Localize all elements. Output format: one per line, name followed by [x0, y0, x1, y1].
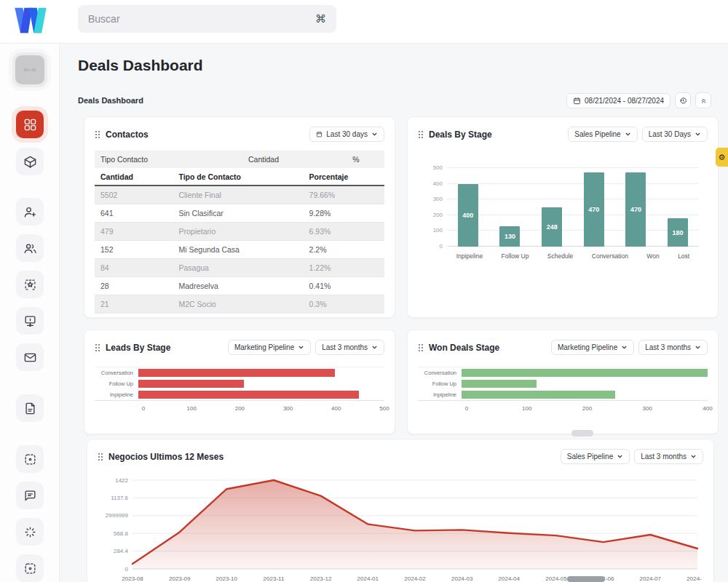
- card-title: Leads By Stage: [106, 343, 170, 353]
- period-select[interactable]: Last 3 months: [638, 340, 708, 355]
- sidebar-item-screen-share-6[interactable]: [16, 307, 44, 335]
- settings-flyout-button[interactable]: ⚙: [716, 148, 728, 167]
- period-select[interactable]: Last 3 months: [634, 449, 703, 464]
- bar-follow-up[interactable]: 130: [499, 226, 520, 247]
- chevron-down-icon: [695, 131, 701, 137]
- period-select[interactable]: Last 30 days: [309, 127, 384, 142]
- svg-text:2024-08: 2024-08: [687, 575, 702, 582]
- chevrons-up-icon: [700, 97, 708, 105]
- x-tick-label: Inpipeline: [456, 252, 483, 260]
- refresh-history-button[interactable]: [675, 92, 691, 108]
- outer-header-cell: Tipo Contacto: [95, 155, 242, 164]
- top-bar: ⌘: [0, 0, 728, 44]
- y-tick-label: 400: [418, 180, 443, 187]
- sidebar-item-sparkles-11[interactable]: [16, 518, 44, 546]
- bar-inpipeline[interactable]: 400: [458, 184, 478, 247]
- sidebar-item-dotted-frame-9[interactable]: [16, 445, 44, 473]
- table-cell: Mi Segunda Casa: [173, 245, 303, 254]
- bar-follow-up[interactable]: [138, 380, 244, 388]
- sidebar-item-user-plus-3[interactable]: [16, 198, 44, 226]
- y-tick-label: 500: [418, 164, 443, 171]
- bar-value-label: 180: [668, 218, 688, 247]
- scrollbar-thumb[interactable]: [571, 430, 593, 436]
- x-tick-label: 100: [522, 405, 531, 412]
- period-select[interactable]: Last 3 months: [315, 340, 384, 355]
- sidebar-item-users-4[interactable]: [16, 234, 44, 262]
- svg-text:284.4: 284.4: [114, 548, 129, 554]
- bar-lost[interactable]: 180: [668, 218, 688, 247]
- date-range-button[interactable]: 08/21/2024 - 08/27/2024: [566, 93, 670, 108]
- drag-handle-icon[interactable]: [418, 130, 424, 139]
- negocios-area-chart: 0284.4568.829999991137.614222023-082023-…: [98, 471, 703, 582]
- contactos-table: Tipo ContactoCantidad% CantidadTipo de C…: [95, 151, 384, 314]
- won-deals-stage-chart: ConversationFollow UpInpipeline010020030…: [418, 367, 708, 415]
- chevron-down-icon: [621, 344, 628, 351]
- bar-conversation[interactable]: 470: [584, 172, 604, 247]
- drag-handle-icon[interactable]: [98, 453, 103, 461]
- svg-text:2024-04: 2024-04: [499, 575, 521, 582]
- dotted-frame-icon: [23, 453, 37, 466]
- table-row: 21M2C Socio0.3%: [95, 295, 384, 314]
- svg-text:2024-02: 2024-02: [404, 575, 426, 582]
- drag-handle-icon[interactable]: [418, 343, 424, 352]
- table-cell: 1.22%: [304, 263, 384, 272]
- x-tick-label: 400: [703, 405, 712, 412]
- sidebar-item-chat-bubble-10[interactable]: [16, 482, 44, 509]
- bar-follow-up[interactable]: [462, 380, 537, 388]
- bar-inpipeline[interactable]: [462, 391, 615, 399]
- bar-conversation[interactable]: [462, 369, 708, 377]
- sidebar-item-mail-7[interactable]: [16, 343, 44, 371]
- bar-value-label: 470: [625, 172, 646, 247]
- search-input[interactable]: [88, 13, 308, 25]
- x-tick-label: 200: [582, 405, 592, 412]
- chevron-down-icon: [371, 131, 378, 137]
- table-cell: 0.3%: [304, 300, 384, 308]
- bar-won[interactable]: 470: [625, 172, 646, 247]
- table-cell: 28: [95, 282, 173, 290]
- dashboard-grid-icon: [23, 118, 37, 132]
- app-logo-icon[interactable]: [12, 4, 50, 36]
- collapse-button[interactable]: [695, 92, 711, 108]
- x-tick-label: Lost: [678, 252, 689, 260]
- pipeline-select[interactable]: Marketing Pipeline: [228, 340, 311, 355]
- sidebar-item-dashboard-grid-1[interactable]: [16, 111, 44, 138]
- sidebar-item-dotted-frame-12[interactable]: [16, 554, 44, 582]
- x-tick-label: 300: [283, 405, 293, 412]
- bar-conversation[interactable]: [138, 369, 335, 377]
- svg-text:2024-01: 2024-01: [357, 575, 379, 582]
- x-tick-label: 0: [142, 405, 145, 412]
- table-cell: 79.66%: [304, 191, 384, 199]
- chevron-down-icon: [690, 453, 697, 460]
- pipeline-select[interactable]: Sales Pipeline: [561, 449, 630, 464]
- period-select[interactable]: Last 30 Days: [642, 127, 708, 142]
- y-tick-label: 100: [418, 227, 443, 234]
- table-cell: 641: [95, 209, 173, 218]
- screen-share-icon: [23, 314, 37, 328]
- drag-handle-icon[interactable]: [95, 343, 100, 352]
- pipeline-select[interactable]: Sales Pipeline: [568, 127, 637, 142]
- svg-text:1422: 1422: [115, 477, 128, 484]
- calendar-icon: [573, 97, 581, 105]
- sidebar-item-file-document-8[interactable]: [16, 394, 44, 422]
- x-tick-label: 0: [465, 405, 468, 412]
- chevron-down-icon: [617, 453, 623, 460]
- sidebar: 90 x 90: [0, 44, 60, 582]
- category-label: Follow Up: [418, 380, 462, 387]
- scrollbar-thumb[interactable]: [567, 576, 605, 582]
- search-bar[interactable]: ⌘: [78, 5, 336, 33]
- bar-inpipeline[interactable]: [138, 391, 359, 399]
- bar-schedule[interactable]: 248: [542, 207, 562, 247]
- drag-handle-icon[interactable]: [95, 130, 100, 139]
- table-row: 28Madreselva0.41%: [95, 277, 384, 295]
- bar-value-label: 248: [542, 207, 562, 247]
- x-axis: 0100200300400500: [143, 404, 384, 415]
- outer-header-cell: %: [347, 155, 384, 164]
- svg-text:2023-12: 2023-12: [310, 575, 332, 582]
- x-tick-label: 100: [187, 405, 197, 412]
- table-cell: 6.93%: [304, 227, 384, 236]
- svg-text:2999999: 2999999: [106, 512, 129, 519]
- workspace-avatar[interactable]: 90 x 90: [12, 52, 47, 87]
- sidebar-item-star-badge-5[interactable]: [16, 271, 44, 298]
- sidebar-item-cube-2[interactable]: [16, 148, 44, 175]
- pipeline-select[interactable]: Marketing Pipeline: [551, 340, 634, 355]
